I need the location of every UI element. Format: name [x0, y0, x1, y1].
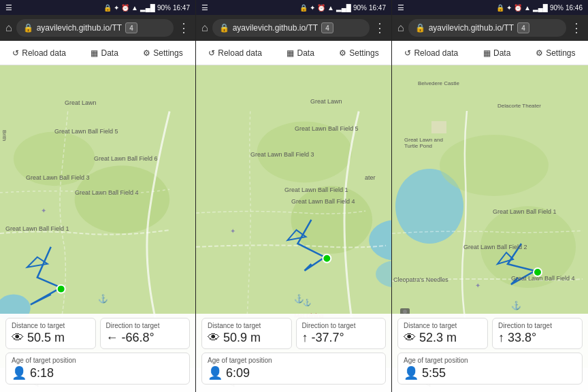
- grid-icon-2: ▦: [287, 48, 294, 58]
- distance-number-3: 52.3 m: [419, 331, 457, 345]
- distance-value-1: 👁 50.5 m: [12, 331, 65, 345]
- lock-url-icon-3: 🔒: [415, 23, 425, 33]
- svg-text:✦: ✦: [475, 282, 480, 289]
- info-row-top-2: Distance to target 👁 50.9 m Direction to…: [201, 318, 386, 349]
- svg-point-29: [534, 268, 542, 276]
- svg-point-24: [440, 135, 549, 196]
- distance-card-1: Distance to target 👁 50.5 m: [5, 318, 96, 349]
- grid-icon-1: ▦: [91, 48, 98, 58]
- data-label-3: Data: [493, 48, 510, 58]
- arrow-icon-1: ←: [106, 331, 118, 345]
- home-icon-2[interactable]: ⌂: [201, 22, 208, 34]
- battery-1: 90%: [157, 4, 171, 12]
- menu-dots-3[interactable]: ⋮: [570, 20, 583, 35]
- url-box-1[interactable]: 🔒 ayavilevich.github.io/TT 4: [16, 19, 174, 37]
- time-3: 16:46: [566, 4, 583, 12]
- settings-label-3: Settings: [546, 48, 575, 58]
- grid-icon-3: ▦: [483, 48, 491, 58]
- reload-icon-1: ↺: [12, 48, 19, 58]
- home-icon-3[interactable]: ⌂: [397, 22, 404, 34]
- lock-icon-3: 🔒: [496, 4, 504, 12]
- data-btn-2[interactable]: ▦ Data: [282, 48, 318, 58]
- battery-3: 90%: [550, 4, 564, 12]
- lock-url-icon-1: 🔒: [23, 23, 33, 33]
- menu-dots-1[interactable]: ⋮: [178, 20, 190, 35]
- distance-value-3: 👁 52.3 m: [404, 331, 457, 345]
- wifi-icon-1: ▲: [131, 4, 138, 12]
- direction-value-1: ← -66.8°: [106, 331, 154, 345]
- age-value-3: 👤 5:55: [404, 365, 446, 380]
- settings-btn-1[interactable]: ⚙ Settings: [139, 48, 186, 58]
- notification-icon-1: ☰: [5, 3, 12, 12]
- info-overlay-1: Distance to target 👁 50.5 m Direction to…: [0, 314, 195, 392]
- direction-degrees-2: -37.7°: [312, 331, 344, 345]
- svg-text:✦: ✦: [41, 207, 46, 214]
- toolbar-2: ↺ Reload data ▦ Data ⚙ Settings: [196, 41, 391, 65]
- gear-icon-2: ⚙: [339, 48, 346, 58]
- info-row-top-1: Distance to target 👁 50.5 m Direction to…: [5, 318, 190, 349]
- eye-icon-3: 👁: [404, 331, 416, 345]
- status-icons-left-3: ☰: [397, 3, 404, 12]
- age-number-2: 6:09: [226, 366, 250, 380]
- signal-icon-2: ▂▄█: [336, 4, 351, 12]
- direction-card-1: Direction to target ← -66.8°: [100, 318, 191, 349]
- info-row-bottom-3: Age of target position 👤 5:55: [397, 353, 583, 385]
- url-text-3: ayavilevich.github.io/TT: [429, 23, 514, 33]
- tab-count-2: 4: [321, 22, 333, 33]
- distance-label-3: Distance to target: [404, 322, 457, 329]
- age-label-3: Age of target position: [404, 357, 468, 364]
- distance-label-2: Distance to target: [208, 322, 261, 329]
- age-label-1: Age of target position: [12, 357, 76, 364]
- age-value-1: 👤 6:18: [12, 365, 54, 380]
- home-icon-1[interactable]: ⌂: [5, 22, 12, 34]
- data-btn-3[interactable]: ▦ Data: [479, 48, 514, 58]
- distance-card-2: Distance to target 👁 50.9 m: [201, 318, 292, 349]
- svg-point-1: [14, 131, 95, 186]
- bluetooth-icon-1: ✦: [114, 4, 119, 12]
- reload-btn-2[interactable]: ↺ Reload data: [204, 48, 266, 58]
- reload-btn-1[interactable]: ↺ Reload data: [8, 48, 70, 58]
- distance-value-2: 👁 50.9 m: [208, 331, 261, 345]
- notification-icon-2: ☰: [201, 3, 208, 12]
- svg-text:⚓: ⚓: [511, 300, 521, 310]
- settings-btn-2[interactable]: ⚙ Settings: [335, 48, 382, 58]
- direction-card-3: Direction to target ↑ 33.8°: [492, 318, 583, 349]
- settings-label-2: Settings: [349, 48, 378, 58]
- toolbar-3: ↺ Reload data ▦ Data ⚙ Settings: [392, 41, 588, 65]
- reload-btn-3[interactable]: ↺ Reload data: [400, 48, 462, 58]
- settings-btn-3[interactable]: ⚙ Settings: [532, 48, 579, 58]
- url-box-3[interactable]: 🔒 ayavilevich.github.io/TT 4: [408, 19, 566, 37]
- eye-icon-1: 👁: [12, 331, 24, 345]
- age-card-1: Age of target position 👤 6:18: [5, 353, 190, 385]
- address-bar-3: ⌂ 🔒 ayavilevich.github.io/TT 4 ⋮: [392, 15, 588, 41]
- alarm-icon-1: ⏰: [121, 4, 129, 12]
- data-btn-1[interactable]: ▦ Data: [86, 48, 122, 58]
- svg-rect-23: [431, 121, 446, 133]
- lock-url-icon-2: 🔒: [219, 23, 229, 33]
- time-2: 16:47: [369, 4, 386, 12]
- bluetooth-icon-2: ✦: [310, 4, 315, 12]
- menu-dots-2[interactable]: ⋮: [374, 20, 386, 35]
- distance-label-1: Distance to target: [12, 322, 65, 329]
- age-number-1: 6:18: [30, 366, 54, 380]
- tab-count-1: 4: [125, 22, 137, 33]
- info-row-bottom-1: Age of target position 👤 6:18: [5, 353, 190, 385]
- distance-number-2: 50.9 m: [223, 331, 261, 345]
- panel-3: ☰ 🔒 ✦ ⏰ ▲ ▂▄█ 90% 16:46 ⌂ 🔒 ayavilevich.…: [392, 0, 588, 392]
- status-bar-3: ☰ 🔒 ✦ ⏰ ▲ ▂▄█ 90% 16:46: [392, 0, 588, 15]
- url-box-2[interactable]: 🔒 ayavilevich.github.io/TT 4: [212, 19, 370, 37]
- gear-icon-3: ⚙: [536, 48, 543, 58]
- distance-number-1: 50.5 m: [27, 331, 65, 345]
- url-text-1: ayavilevich.github.io/TT: [37, 23, 122, 33]
- status-bar-1: ☰ 🔒 ✦ ⏰ ▲ ▂▄█ 90% 16:47: [0, 0, 195, 15]
- data-label-1: Data: [101, 48, 118, 58]
- reload-icon-2: ↺: [208, 48, 215, 58]
- status-bar-2: ☰ 🔒 ✦ ⏰ ▲ ▂▄█ 90% 16:47: [196, 0, 391, 15]
- status-icons-right-2: 🔒 ✦ ⏰ ▲ ▂▄█ 90% 16:47: [299, 4, 386, 12]
- svg-point-19: [323, 255, 331, 263]
- arrow-icon-3: ↑: [498, 331, 504, 345]
- data-label-2: Data: [297, 48, 314, 58]
- signal-icon-3: ▂▄█: [533, 4, 548, 12]
- age-number-3: 5:55: [422, 366, 446, 380]
- address-bar-1: ⌂ 🔒 ayavilevich.github.io/TT 4 ⋮: [0, 15, 195, 41]
